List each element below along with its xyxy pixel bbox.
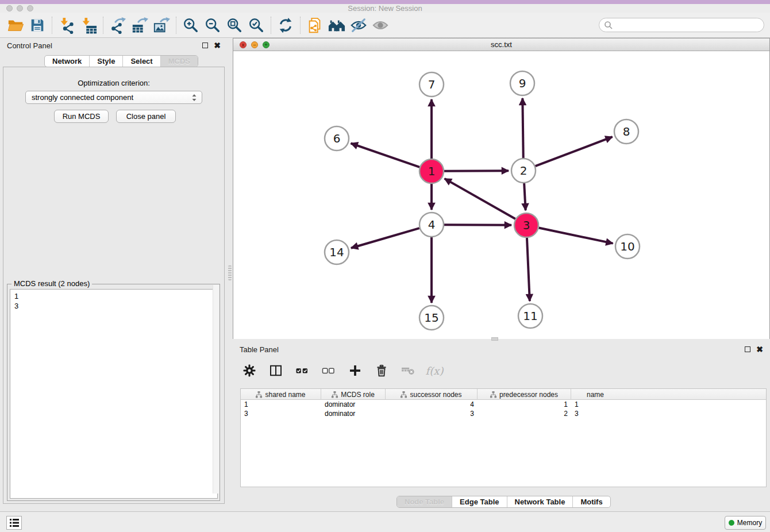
svg-text:1: 1 xyxy=(428,164,436,178)
save-session-icon[interactable] xyxy=(26,16,48,35)
export-network-icon[interactable] xyxy=(107,16,129,35)
graph-node-9[interactable]: 9 xyxy=(510,71,534,95)
graph-node-4[interactable]: 4 xyxy=(419,213,444,237)
table-cell[interactable]: 4 xyxy=(386,400,478,409)
import-table-icon[interactable] xyxy=(78,16,99,35)
close-panel-button[interactable]: Close panel xyxy=(116,110,176,123)
graph-edge-2-8[interactable] xyxy=(536,137,613,166)
graph-edge-4-14[interactable] xyxy=(351,228,419,248)
table-cell[interactable]: dominator xyxy=(321,400,386,409)
graph-node-7[interactable]: 7 xyxy=(419,72,444,97)
graph-node-10[interactable]: 10 xyxy=(615,234,640,259)
control-panel-title: Control Panel xyxy=(7,41,52,50)
table-row[interactable]: 3dominator323 xyxy=(241,409,766,418)
import-network-icon[interactable] xyxy=(56,16,78,35)
zoom-selected-icon[interactable] xyxy=(245,16,267,35)
graph-node-2[interactable]: 2 xyxy=(511,159,536,183)
network-maximize-button[interactable]: + xyxy=(263,41,270,48)
clone-network-icon[interactable] xyxy=(304,16,326,35)
close-window-button[interactable] xyxy=(6,5,13,11)
column-header-name[interactable]: name xyxy=(571,389,619,400)
main-toolbar xyxy=(0,13,770,38)
table-cell[interactable]: 3 xyxy=(571,409,619,418)
network-close-button[interactable]: x xyxy=(240,41,247,48)
graph-node-6[interactable]: 6 xyxy=(325,126,349,151)
zoom-in-icon[interactable] xyxy=(180,16,202,35)
task-history-button[interactable] xyxy=(6,516,22,530)
table-cell[interactable]: 1 xyxy=(478,400,571,409)
network-minimize-button[interactable]: – xyxy=(251,41,258,48)
minimize-window-button[interactable] xyxy=(17,5,23,11)
table-cell[interactable]: 1 xyxy=(241,400,321,409)
graph-edge-3-10[interactable] xyxy=(539,228,613,244)
column-header-mcds-role[interactable]: MCDS role xyxy=(321,389,386,400)
hide-selected-icon[interactable] xyxy=(348,16,369,35)
run-mcds-button[interactable]: Run MCDS xyxy=(54,110,109,123)
column-header-successor-nodes[interactable]: successor nodes xyxy=(386,389,478,400)
split-divider-horizontal-grip[interactable] xyxy=(491,337,498,341)
zoom-fit-icon[interactable] xyxy=(224,16,245,35)
tab-node-table[interactable]: Node Table xyxy=(397,496,452,507)
delete-icon[interactable] xyxy=(372,361,391,380)
maximize-window-button[interactable] xyxy=(27,5,33,11)
result-scrollbar[interactable] xyxy=(213,285,219,494)
graph-edge-3-11[interactable] xyxy=(527,238,530,301)
tab-mcds[interactable]: MCDS xyxy=(161,56,198,67)
split-divider-vertical-grip[interactable] xyxy=(228,265,232,280)
graph-edge-1-6[interactable] xyxy=(351,143,420,167)
function-builder-icon[interactable]: f(x) xyxy=(425,361,444,380)
delete-column-icon[interactable] xyxy=(398,361,418,380)
table-cell[interactable]: 3 xyxy=(241,409,321,418)
mcds-result-list[interactable]: 1 3 xyxy=(10,289,218,499)
deselect-all-icon[interactable] xyxy=(319,361,338,380)
graph-node-8[interactable]: 8 xyxy=(614,119,638,144)
tree-icon xyxy=(256,391,262,398)
tab-edge-table[interactable]: Edge Table xyxy=(452,496,507,507)
column-header-shared-name[interactable]: shared name xyxy=(241,389,321,400)
search-field[interactable] xyxy=(613,21,751,29)
table-cell[interactable]: 2 xyxy=(478,409,571,418)
zoom-out-icon[interactable] xyxy=(202,16,224,35)
select-all-icon[interactable] xyxy=(292,361,312,380)
graph-node-15[interactable]: 15 xyxy=(419,306,444,330)
first-neighbors-icon[interactable] xyxy=(326,16,348,35)
table-cell[interactable]: 3 xyxy=(386,409,478,418)
graph-edge-3-1[interactable] xyxy=(445,179,515,219)
close-panel-icon[interactable]: ✖ xyxy=(214,43,221,48)
tab-network-table[interactable]: Network Table xyxy=(507,496,573,507)
graph-node-3[interactable]: 3 xyxy=(514,213,538,237)
graph-edge-4-3[interactable] xyxy=(444,225,511,225)
export-image-icon[interactable] xyxy=(151,16,172,35)
add-column-icon[interactable] xyxy=(345,361,365,380)
float-panel-icon[interactable] xyxy=(202,43,208,48)
tab-style[interactable]: Style xyxy=(90,56,123,67)
settings-gear-icon[interactable] xyxy=(240,361,259,380)
network-canvas[interactable]: 7968124314101511 xyxy=(233,51,769,339)
graph-edge-2-9[interactable] xyxy=(522,98,523,158)
toolbar-separator xyxy=(300,17,301,34)
optimization-criterion-select[interactable]: strongly connected component xyxy=(25,91,202,104)
tab-select[interactable]: Select xyxy=(123,56,160,67)
graph-node-14[interactable]: 14 xyxy=(325,240,349,264)
graph-node-11[interactable]: 11 xyxy=(518,304,542,328)
column-header-predecessor-nodes[interactable]: predecessor nodes xyxy=(478,389,571,400)
show-all-icon[interactable] xyxy=(369,16,391,35)
float-table-panel-icon[interactable] xyxy=(745,346,750,352)
table-cell[interactable]: 1 xyxy=(571,400,619,409)
export-table-icon[interactable] xyxy=(129,16,151,35)
window-controls[interactable] xyxy=(6,5,33,11)
table-row[interactable]: 1dominator411 xyxy=(241,400,766,409)
open-file-icon[interactable] xyxy=(5,16,26,35)
tab-motifs[interactable]: Motifs xyxy=(573,496,610,507)
search-input[interactable] xyxy=(599,18,764,32)
network-window-titlebar[interactable]: x – + scc.txt xyxy=(233,38,769,51)
close-table-panel-icon[interactable]: ✖ xyxy=(756,346,763,352)
graph-node-1[interactable]: 1 xyxy=(419,159,444,183)
graph-edge-1-2[interactable] xyxy=(444,171,509,171)
split-columns-icon[interactable] xyxy=(266,361,286,380)
refresh-layout-icon[interactable] xyxy=(275,16,297,35)
memory-button[interactable]: Memory xyxy=(725,516,766,530)
tab-network[interactable]: Network xyxy=(45,56,90,67)
graph-edge-2-3[interactable] xyxy=(524,183,525,210)
table-cell[interactable]: dominator xyxy=(321,409,386,418)
